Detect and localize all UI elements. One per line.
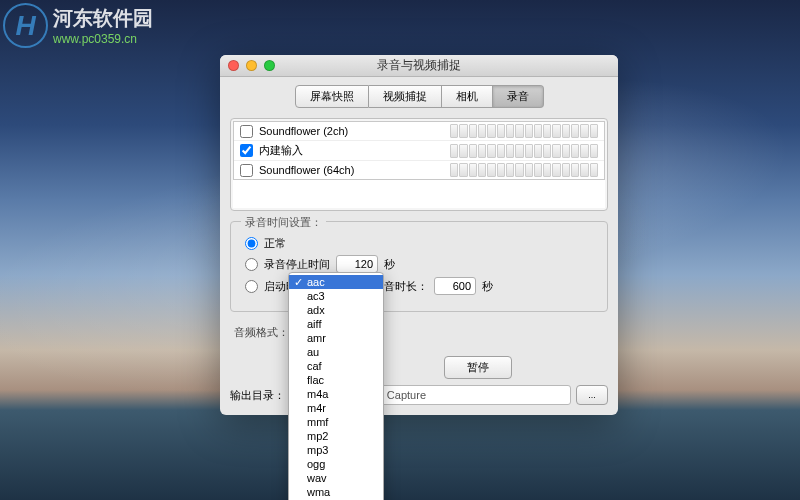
format-option[interactable]: ac3 [289, 289, 383, 303]
format-option[interactable]: m4a [289, 387, 383, 401]
tab-bar: 屏幕快照视频捕捉相机录音 [220, 85, 618, 108]
format-option[interactable]: ogg [289, 457, 383, 471]
duration-input[interactable] [434, 277, 476, 295]
radio-normal-label: 正常 [264, 236, 286, 251]
logo-icon: H [3, 3, 48, 48]
stop-value-input[interactable] [336, 255, 378, 273]
app-window: 录音与视频捕捉 屏幕快照视频捕捉相机录音 Soundflower (2ch)内建… [220, 55, 618, 415]
format-option[interactable]: caf [289, 359, 383, 373]
device-row: 内建输入 [234, 141, 604, 161]
brand-url: www.pc0359.cn [53, 32, 153, 46]
device-checkbox[interactable] [240, 125, 253, 138]
device-row: Soundflower (64ch) [234, 161, 604, 179]
format-option[interactable]: aac [289, 275, 383, 289]
level-meter [450, 163, 598, 177]
device-checkbox[interactable] [240, 164, 253, 177]
format-option[interactable]: mmf [289, 415, 383, 429]
level-meter [450, 144, 598, 158]
timing-legend: 录音时间设置： [241, 215, 326, 230]
device-row: Soundflower (2ch) [234, 122, 604, 141]
format-option[interactable]: aiff [289, 317, 383, 331]
radio-stop-label: 录音停止时间 [264, 257, 330, 272]
format-option[interactable]: m4r [289, 401, 383, 415]
radio-stop[interactable] [245, 258, 258, 271]
tab-1[interactable]: 视频捕捉 [369, 85, 442, 108]
pause-button[interactable]: 暂停 [444, 356, 512, 379]
brand-text: 河东软件园 [53, 7, 153, 29]
device-name: 内建输入 [259, 143, 450, 158]
format-dropdown[interactable]: aacac3adxaiffamraucafflacm4am4rmmfmp2mp3… [288, 272, 384, 500]
device-name: Soundflower (2ch) [259, 125, 450, 137]
radio-start[interactable] [245, 280, 258, 293]
tab-2[interactable]: 相机 [442, 85, 493, 108]
window-title: 录音与视频捕捉 [220, 57, 618, 74]
device-name: Soundflower (64ch) [259, 164, 450, 176]
format-label: 音频格式： [234, 325, 289, 340]
seconds-unit-2: 秒 [482, 279, 493, 294]
seconds-unit: 秒 [384, 257, 395, 272]
watermark: H 河东软件园 www.pc0359.cn [3, 3, 183, 48]
device-checkbox[interactable] [240, 144, 253, 157]
browse-button[interactable]: ... [576, 385, 608, 405]
tab-0[interactable]: 屏幕快照 [295, 85, 369, 108]
tab-3[interactable]: 录音 [493, 85, 544, 108]
format-option[interactable]: mp2 [289, 429, 383, 443]
device-panel: Soundflower (2ch)内建输入Soundflower (64ch) [230, 118, 608, 211]
output-label: 输出目录： [230, 388, 285, 403]
format-option[interactable]: wav [289, 471, 383, 485]
format-option[interactable]: wma [289, 485, 383, 499]
format-option[interactable]: adx [289, 303, 383, 317]
format-option[interactable]: flac [289, 373, 383, 387]
format-option[interactable]: mp3 [289, 443, 383, 457]
radio-normal[interactable] [245, 237, 258, 250]
level-meter [450, 124, 598, 138]
titlebar[interactable]: 录音与视频捕捉 [220, 55, 618, 77]
timing-fieldset: 录音时间设置： 正常 录音停止时间 秒 启动时间： 录音时长： 秒 [230, 221, 608, 312]
format-option[interactable]: au [289, 345, 383, 359]
format-option[interactable]: amr [289, 331, 383, 345]
